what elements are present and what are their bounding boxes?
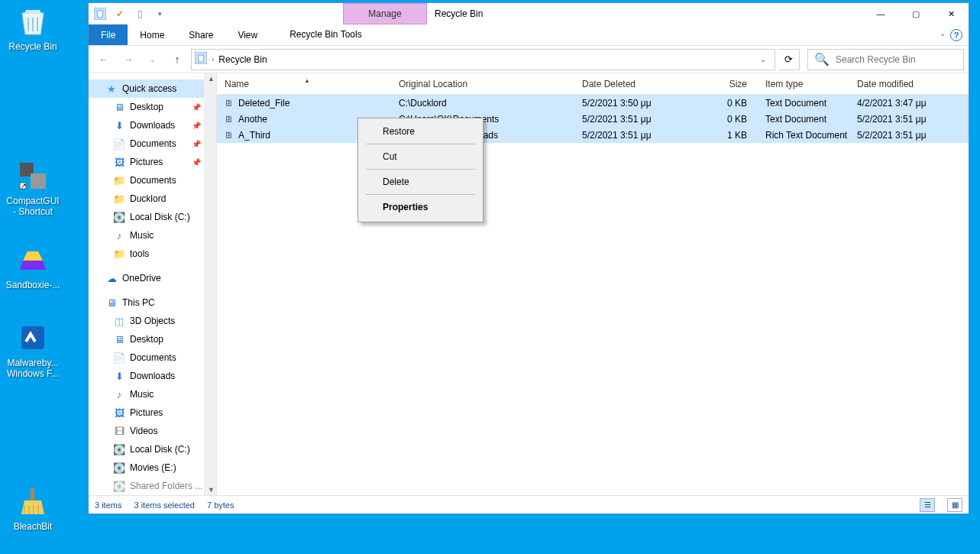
3d-objects-icon: ◫ — [113, 315, 125, 327]
downloads-icon: ⬇ — [113, 119, 125, 131]
sidebar-item-downloads[interactable]: ⬇Downloads📌 — [89, 116, 216, 134]
large-icons-view-button[interactable]: ▦ — [947, 498, 962, 512]
maximize-button[interactable]: ▢ — [898, 3, 933, 24]
file-row[interactable]: 🗎Anothe C:\Users\OK\Documents 5/2/2021 3… — [217, 111, 969, 127]
sidebar-item-pictures[interactable]: 🖼Pictures📌 — [89, 153, 216, 171]
ctx-cut[interactable]: Cut — [360, 147, 481, 167]
sidebar-label: Documents — [130, 175, 176, 186]
sidebar-item-documents-pc[interactable]: 📄Documents — [89, 348, 216, 367]
svg-marker-4 — [20, 261, 46, 270]
file-row[interactable]: 🗎Deleted_File C:\Ducklord 5/2/2021 3:50 … — [217, 95, 969, 111]
close-button[interactable]: ✕ — [933, 3, 969, 24]
titlebar: ✓ ▯ ▾ Manage Recycle Bin — ▢ ✕ — [89, 3, 969, 24]
column-date-deleted[interactable]: Date Deleted — [574, 79, 697, 89]
desktop-icon-label: Sandboxie-... — [6, 280, 60, 290]
search-input[interactable] — [836, 54, 957, 65]
file-type: Text Document — [758, 98, 849, 109]
sandboxie-icon — [15, 241, 51, 278]
file-type: Rich Text Document — [758, 130, 849, 141]
sidebar-label: Videos — [130, 426, 157, 436]
sidebar-item-shared-folders[interactable]: 💽Shared Folders ... — [89, 477, 216, 495]
qat-app-icon[interactable] — [92, 5, 108, 22]
desktop-icon-sandboxie[interactable]: Sandboxie-... — [5, 241, 61, 290]
qat-customize-icon[interactable]: ▾ — [151, 5, 168, 22]
sidebar-item-videos[interactable]: 🎞Videos — [89, 422, 216, 440]
file-row[interactable]: 🗎A_Third C:\Users\OK\Downloads 5/2/2021 … — [217, 127, 969, 143]
sidebar-this-pc[interactable]: 🖥This PC — [89, 293, 216, 312]
qat-new-folder-icon[interactable]: ▯ — [131, 5, 148, 22]
sidebar-item-desktop-pc[interactable]: 🖥Desktop — [89, 330, 216, 348]
desktop-icon-bleachbit[interactable]: BleachBit — [5, 483, 61, 532]
sidebar-item-3d-objects[interactable]: ◫3D Objects — [89, 312, 216, 330]
tab-recycle-bin-tools[interactable]: Recycle Bin Tools — [277, 24, 374, 45]
sidebar-item-documents[interactable]: 📄Documents📌 — [89, 134, 216, 153]
qat-properties-icon[interactable]: ✓ — [112, 5, 128, 22]
details-view-button[interactable]: ☰ — [920, 498, 935, 512]
minimize-button[interactable]: — — [863, 3, 898, 24]
sidebar-label: This PC — [122, 297, 155, 308]
file-size: 0 KB — [697, 114, 758, 125]
status-bytes: 7 bytes — [207, 501, 234, 510]
nav-back-button[interactable]: ← — [93, 49, 115, 70]
window-controls: — ▢ ✕ — [863, 3, 969, 24]
status-selected-count: 3 items selected — [134, 501, 194, 510]
column-size[interactable]: Size — [697, 79, 758, 89]
sidebar-item-desktop[interactable]: 🖥Desktop📌 — [89, 98, 216, 116]
search-box[interactable]: 🔍 — [807, 49, 964, 70]
sidebar-label: Local Disk (C:) — [130, 212, 190, 222]
file-type: Text Document — [758, 114, 849, 125]
tab-view[interactable]: View — [225, 24, 270, 45]
ctx-restore[interactable]: Restore — [360, 121, 481, 141]
sidebar-item-local-disk[interactable]: 💽Local Disk (C:) — [89, 208, 216, 226]
sidebar-item-downloads-pc[interactable]: ⬇Downloads — [89, 367, 216, 385]
ribbon-contextual-tab[interactable]: Manage — [343, 3, 427, 24]
help-icon[interactable]: ? — [950, 29, 962, 41]
ribbon-expand-icon[interactable]: ⌄ — [940, 24, 950, 45]
sidebar-item-pictures-pc[interactable]: 🖼Pictures — [89, 403, 216, 422]
tab-share[interactable]: Share — [176, 24, 225, 45]
sidebar-item-music-pc[interactable]: ♪Music — [89, 385, 216, 403]
sidebar-quick-access[interactable]: ★ Quick access — [89, 79, 216, 98]
ctx-delete[interactable]: Delete — [360, 172, 481, 192]
column-name[interactable]: ▲Name — [217, 79, 391, 89]
desktop-icon-malwarebytes[interactable]: Malwareby... Windows F... — [5, 319, 61, 380]
sidebar-scrollbar[interactable]: ▲ ▼ — [204, 73, 216, 495]
svg-rect-7 — [31, 488, 34, 501]
tab-file[interactable]: File — [89, 24, 128, 45]
sidebar-label: Ducklord — [130, 193, 166, 204]
address-history-dropdown[interactable]: ⌄ — [755, 55, 771, 63]
address-bar[interactable]: › Recycle Bin ⌄ — [191, 49, 775, 70]
file-date-deleted: 5/2/2021 3:51 μμ — [574, 130, 697, 141]
sidebar-item-movies-e[interactable]: 💽Movies (E:) — [89, 458, 216, 477]
disk-icon: 💽 — [113, 211, 125, 223]
desktop-icon-recycle-bin[interactable]: Recycle Bin — [5, 3, 61, 52]
breadcrumb-current[interactable]: Recycle Bin — [218, 54, 267, 65]
bleachbit-icon — [15, 483, 51, 520]
sidebar-item-documents-2[interactable]: 📁Documents — [89, 171, 216, 190]
nav-up-button[interactable]: ↑ — [167, 49, 188, 70]
music-icon: ♪ — [113, 229, 125, 241]
desktop-icon-compactgui[interactable]: ↗ CompactGUI - Shortcut — [5, 157, 61, 218]
pin-icon: 📌 — [192, 121, 201, 130]
tab-home[interactable]: Home — [128, 24, 176, 45]
sidebar-item-tools[interactable]: 📁tools — [89, 245, 216, 263]
scroll-up-icon[interactable]: ▲ — [208, 75, 215, 83]
nav-forward-button[interactable]: → — [118, 49, 139, 70]
text-file-icon: 🗎 — [225, 130, 234, 141]
desktop-icon-label: BleachBit — [14, 521, 53, 532]
nav-recent-dropdown[interactable]: ⌄ — [142, 49, 163, 70]
column-headers: ▲Name Original Location Date Deleted Siz… — [217, 73, 969, 95]
column-original-location[interactable]: Original Location — [391, 79, 574, 89]
refresh-button[interactable]: ⟳ — [778, 49, 800, 70]
ctx-properties[interactable]: Properties — [360, 197, 481, 217]
sidebar-item-local-disk-c[interactable]: 💽Local Disk (C:) — [89, 440, 216, 458]
ribbon-tabs: File Home Share View Recycle Bin Tools ⌄… — [89, 24, 969, 46]
sidebar-label: Music — [130, 389, 154, 400]
file-name: Deleted_File — [238, 98, 289, 109]
sidebar-item-music[interactable]: ♪Music — [89, 226, 216, 245]
column-item-type[interactable]: Item type — [758, 79, 849, 89]
sidebar-item-ducklord[interactable]: 📁Ducklord — [89, 190, 216, 208]
column-date-modified[interactable]: Date modified — [849, 79, 969, 89]
sidebar-onedrive[interactable]: ☁OneDrive — [89, 269, 216, 287]
sidebar-label: Documents — [130, 352, 176, 363]
